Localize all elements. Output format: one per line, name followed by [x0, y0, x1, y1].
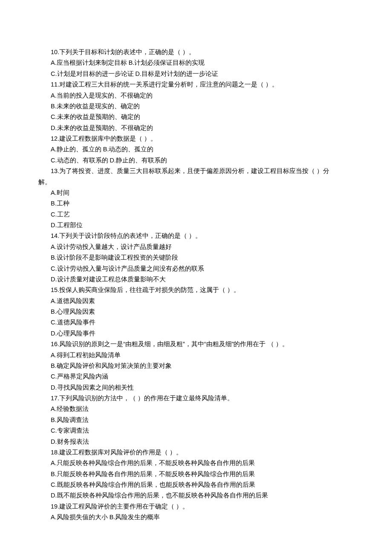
text-line: A.风险损失值的大小 B.风险发生的概率 — [38, 512, 354, 523]
text-line: 16.风险识别的原则之一是“由粗及细，由细及粗”，其中“由粗及细”的作用在于 （… — [38, 339, 354, 350]
text-line: 19.建设工程风险评价的主要作用在于确定（ ）。 — [38, 501, 354, 512]
text-line: A.道德风险因素 — [38, 296, 354, 306]
text-line: B.工种 — [38, 198, 354, 209]
text-line: C.既能反映各种风险综合作用的后果，也能反映各种风险各自作用的后果 — [38, 480, 354, 490]
text-line: A.时间 — [38, 188, 354, 198]
text-line: 11.对建设工程三大目标的统一关系进行定量分析时，应注意的问题之一是（ ）。 — [38, 79, 354, 90]
text-line: D.未来的收益是预期的、不很确定的 — [38, 123, 354, 133]
text-line: A.当前的投入是现实的、不很确定的 — [38, 90, 354, 101]
text-line: 14.下列关于设计阶段特点的表述中，正确的是（ ）。 — [38, 231, 354, 241]
text-line: C.严格界定风险内涵 — [38, 371, 354, 382]
text-line: B.心理风险因素 — [38, 306, 354, 317]
text-line: 18.建设工程数据库对风险评价的作用是（ ）。 — [38, 447, 354, 458]
text-line: C.计划是对目标的进一步论证 D.目标是对计划的进一步论证 — [38, 69, 354, 79]
text-line: B.确定风险评价和风险对策决策的主要对象 — [38, 361, 354, 371]
text-line: C.动态的、有联系的 D.静止的、有联系的 — [38, 155, 354, 166]
text-line: C.工艺 — [38, 209, 354, 220]
text-line: B.设计阶段不是影响建设工程投资的关键阶段 — [38, 252, 354, 263]
text-line: D.寻找风险因素之间的相关性 — [38, 382, 354, 393]
text-line: C.未来的收益是预期的、确定的 — [38, 112, 354, 122]
text-line: A.应当根据计划来制定目标 B.计划必须保证目标的实现 — [38, 58, 354, 68]
text-line: B.风险调查法 — [38, 415, 354, 425]
text-line: C.设计劳动投入量与设计产品质量之间没有必然的联系 — [38, 263, 354, 274]
text-line: 17.下列风险识别的方法中，（ ）的作用在于建立最终风险清单。 — [38, 393, 354, 404]
text-line: 解。 — [38, 177, 354, 188]
text-line: D.心理风险事件 — [38, 328, 354, 339]
text-line: 13.为了将投资、进度、质量三大目标联系起来，且便于偏差原因分析，建设工程目标应… — [38, 166, 354, 176]
text-line: 15.投保人购买商业保险后，往往疏于对损失的防范，这属于（ ）。 — [38, 285, 354, 295]
text-line: A.设计劳动投入量越大，设计产品质量越好 — [38, 242, 354, 252]
text-line: A.经验数据法 — [38, 404, 354, 414]
text-line: A.得到工程初始风险清单 — [38, 350, 354, 361]
text-line: A.只能反映各种风险综合作用的后果，不能反映各种风险各自作用的后果 — [38, 458, 354, 468]
text-line: B.只能反映各种风险各自作用的后果，不能反映各种风险综合作用的后果 — [38, 469, 354, 480]
text-line: C.道德风险事件 — [38, 317, 354, 328]
text-line: D.既不能反映各种风险综合作用的后果，也不能反映各种风险各自作用的后果 — [38, 490, 354, 501]
text-line: A.静止的、孤立的 B.动态的、孤立的 — [38, 144, 354, 155]
text-line: D.财务报表法 — [38, 436, 354, 447]
text-line: D.设计质量对建设工程总体质量影响不大 — [38, 274, 354, 285]
text-line: C.专家调查法 — [38, 425, 354, 436]
text-line: B.未来的收益是现实的、确定的 — [38, 101, 354, 112]
text-line: 10.下列关于目标和计划的表述中，正确的是（ ）。 — [38, 47, 354, 58]
text-line: D.工程部位 — [38, 220, 354, 231]
document-body: 10.下列关于目标和计划的表述中，正确的是（ ）。A.应当根据计划来制定目标 B… — [38, 47, 354, 523]
text-line: 12.建设工程数据库中的数据是（ ）。 — [38, 133, 354, 144]
